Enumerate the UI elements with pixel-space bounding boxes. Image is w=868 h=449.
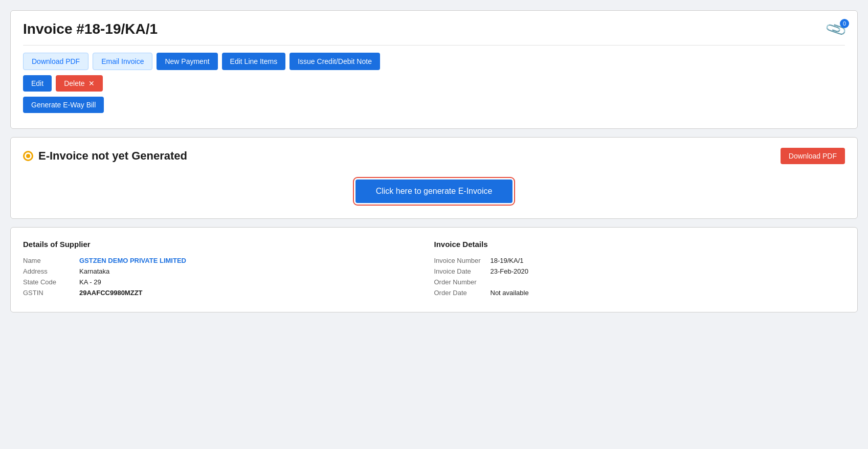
invoice-number-value: 18-19/KA/1	[491, 257, 845, 264]
supplier-address-value: Karnataka	[79, 267, 414, 275]
invoice-details-section: Invoice Details Invoice Number 18-19/KA/…	[434, 238, 845, 302]
email-invoice-button[interactable]: Email Invoice	[93, 53, 152, 70]
delete-label: Delete	[64, 79, 84, 87]
attachment-count: 0	[840, 19, 849, 28]
issue-credit-debit-note-button[interactable]: Issue Credit/Debit Note	[290, 53, 380, 70]
einvoice-header-row: E-Invoice not yet Generated Download PDF	[23, 148, 845, 164]
einvoice-title-group: E-Invoice not yet Generated	[23, 149, 187, 163]
supplier-name-row: Name GSTZEN DEMO PRIVATE LIMITED	[23, 257, 414, 264]
download-pdf-button[interactable]: Download PDF	[23, 53, 88, 70]
supplier-address-row: Address Karnataka	[23, 267, 414, 275]
supplier-state-code-value: KA - 29	[79, 278, 414, 286]
supplier-name-label: Name	[23, 257, 79, 264]
supplier-gstin-row: GSTIN 29AAFCC9980MZZT	[23, 289, 414, 297]
edit-line-items-button[interactable]: Edit Line Items	[222, 53, 286, 70]
supplier-gstin-label: GSTIN	[23, 289, 79, 297]
supplier-section-title: Details of Supplier	[23, 240, 414, 249]
invoice-header-card: Invoice #18-19/KA/1 📎 0 Download PDF Ema…	[10, 10, 858, 129]
invoice-details-section-title: Invoice Details	[434, 240, 845, 249]
einvoice-status-text: E-Invoice not yet Generated	[38, 149, 187, 163]
supplier-address-label: Address	[23, 267, 79, 275]
invoice-title: Invoice #18-19/KA/1	[23, 21, 158, 37]
delete-button[interactable]: Delete ✕	[56, 75, 103, 92]
edit-button[interactable]: Edit	[23, 75, 52, 92]
order-date-value: Not available	[491, 289, 845, 297]
invoice-number-label: Invoice Number	[434, 257, 491, 264]
order-number-label: Order Number	[434, 278, 491, 286]
generate-eway-bill-button[interactable]: Generate E-Way Bill	[23, 97, 104, 113]
invoice-date-label: Invoice Date	[434, 267, 491, 275]
delete-x-icon: ✕	[88, 79, 95, 87]
invoice-number-row: Invoice Number 18-19/KA/1	[434, 257, 845, 264]
invoice-date-value: 23-Feb-2020	[491, 267, 845, 275]
status-radio-icon	[23, 151, 33, 161]
details-grid: Details of Supplier Name GSTZEN DEMO PRI…	[23, 238, 845, 302]
generate-einvoice-button[interactable]: Click here to generate E-Invoice	[355, 179, 513, 203]
supplier-gstin-value: 29AAFCC9980MZZT	[79, 289, 414, 297]
toolbar-row-2: Edit Delete ✕	[23, 75, 845, 92]
toolbar-row-3: Generate E-Way Bill	[23, 97, 845, 113]
order-number-row: Order Number	[434, 278, 845, 286]
divider-1	[23, 45, 845, 46]
supplier-state-code-row: State Code KA - 29	[23, 278, 414, 286]
order-date-label: Order Date	[434, 289, 491, 297]
generate-einvoice-area: Click here to generate E-Invoice	[23, 164, 845, 208]
invoice-header-row: Invoice #18-19/KA/1 📎 0	[23, 21, 845, 38]
einvoice-download-pdf-button[interactable]: Download PDF	[781, 148, 845, 164]
attachment-button[interactable]: 📎 0	[827, 21, 845, 38]
order-date-row: Order Date Not available	[434, 289, 845, 297]
supplier-details-section: Details of Supplier Name GSTZEN DEMO PRI…	[23, 238, 434, 302]
einvoice-status-card: E-Invoice not yet Generated Download PDF…	[10, 137, 858, 219]
supplier-state-code-label: State Code	[23, 278, 79, 286]
new-payment-button[interactable]: New Payment	[157, 53, 217, 70]
details-card: Details of Supplier Name GSTZEN DEMO PRI…	[10, 227, 858, 312]
supplier-name-value: GSTZEN DEMO PRIVATE LIMITED	[79, 257, 414, 264]
invoice-date-row: Invoice Date 23-Feb-2020	[434, 267, 845, 275]
toolbar-row-1: Download PDF Email Invoice New Payment E…	[23, 53, 845, 70]
